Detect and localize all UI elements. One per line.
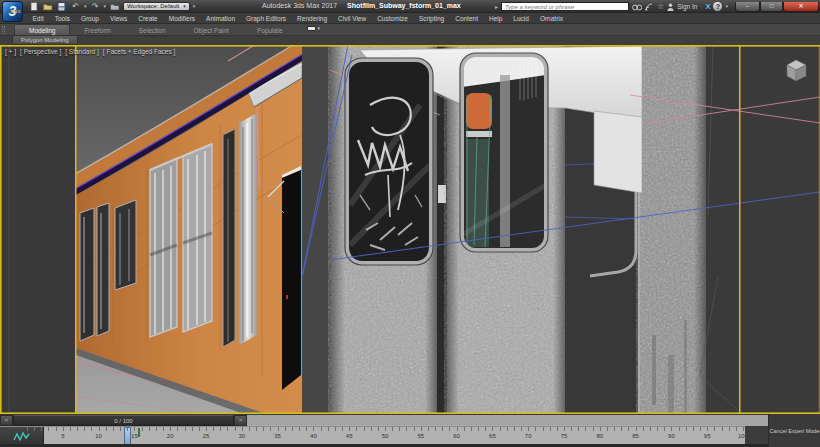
ruler-tick (199, 427, 200, 431)
menu-help[interactable]: Help (483, 15, 507, 22)
train-door-edge-strip (239, 113, 257, 345)
sign-in-dropdown-icon[interactable]: · (700, 2, 702, 11)
binoculars-search-icon[interactable] (632, 3, 642, 11)
ruler-tick (142, 427, 143, 431)
communication-center-icon[interactable] (645, 3, 654, 11)
exchange-apps-icon[interactable]: X (705, 2, 710, 11)
ruler-tick (378, 427, 379, 431)
track-bar-ruler[interactable]: 5101520253035404550556065707580859095100 (44, 427, 768, 445)
cancel-expert-mode-button[interactable]: Cancel Expert Mode (768, 414, 820, 447)
ruler-tick (134, 427, 135, 431)
ruler-tick (428, 427, 429, 431)
project-folder-icon[interactable] (109, 2, 120, 11)
ruler-tick (185, 427, 186, 431)
search-history-icon[interactable]: ▸ (495, 3, 498, 10)
search-input[interactable] (501, 2, 629, 11)
ruler-tick (342, 427, 343, 431)
workspace-dropdown[interactable]: Workspace: Default▾ (123, 2, 190, 11)
ruler-tick (321, 427, 322, 431)
ruler-tick (299, 427, 300, 431)
track-bar[interactable]: 5101520253035404550556065707580859095100 (0, 426, 768, 444)
quick-access-toolbar: ↶ ▾ ↷ ▾ Workspace: Default▾ ▾ (28, 1, 195, 12)
ruler-label-15: 15 (131, 433, 138, 439)
ruler-label-70: 70 (525, 433, 532, 439)
open-mini-curve-editor-button[interactable] (0, 427, 44, 445)
menu-rendering[interactable]: Rendering (292, 15, 333, 22)
ribbon-tab-selection[interactable]: Selection (125, 25, 180, 35)
viewport-general-menu[interactable]: [ + ] (5, 48, 16, 55)
ruler-tick (406, 427, 407, 431)
ruler-tick (571, 427, 572, 431)
ribbon-tab-freeform[interactable]: Freeform (70, 25, 124, 35)
menu-content[interactable]: Content (450, 15, 484, 22)
time-slider-handle[interactable]: 0 / 100 (13, 415, 234, 426)
track-bar-key-marker (138, 428, 140, 437)
menu-modifiers[interactable]: Modifiers (163, 15, 200, 22)
ruler-tick (177, 427, 178, 431)
ruler-tick (106, 427, 107, 431)
undo-icon[interactable]: ↶ (70, 2, 81, 11)
menu-animation[interactable]: Animation (201, 15, 241, 22)
ruler-tick (242, 427, 243, 431)
ruler-tick (621, 427, 622, 431)
menu-bar: EditToolsGroupViewsCreateModifiersAnimat… (0, 13, 820, 24)
close-button[interactable]: ✕ (783, 2, 819, 12)
ruler-tick (213, 427, 214, 431)
menu-graph-editors[interactable]: Graph Editors (241, 15, 292, 22)
menu-tools[interactable]: Tools (49, 15, 75, 22)
redo-icon[interactable]: ↷ (90, 2, 101, 11)
ruler-tick (41, 427, 42, 431)
menu-customize[interactable]: Customize (372, 15, 414, 22)
viewport-shading-menu[interactable]: [ Facets + Edged Faces ] (103, 48, 175, 55)
ruler-tick (84, 427, 85, 431)
ribbon-tab-populate[interactable]: Populate (243, 25, 297, 35)
favorites-star-icon[interactable]: ☆ (657, 2, 664, 12)
menu-ornatrix[interactable]: Ornatrix (534, 15, 568, 22)
train-door-left-pair (80, 203, 109, 341)
previous-frame-button[interactable]: < (0, 415, 13, 426)
ribbon-tab-modeling[interactable]: Modeling (14, 24, 70, 35)
3ds-max-logo-icon[interactable]: 3MAX (2, 1, 23, 22)
viewport-scene-canvas[interactable] (0, 45, 820, 414)
next-frame-button[interactable]: > (234, 415, 247, 426)
ribbon-grip-handle[interactable] (2, 26, 5, 34)
menu-group[interactable]: Group (75, 15, 104, 22)
ribbon-minimize-button[interactable]: ▾ (307, 24, 321, 35)
ruler-tick (392, 427, 393, 431)
menu-scripting[interactable]: Scripting (413, 15, 449, 22)
new-scene-icon[interactable] (28, 2, 39, 11)
menu-views[interactable]: Views (104, 15, 132, 22)
ruler-tick (414, 427, 415, 431)
ruler-tick (127, 427, 128, 431)
viewport-style-menu[interactable]: [ Standard ] (65, 48, 99, 55)
menu-civil-view[interactable]: Civil View (333, 15, 372, 22)
restore-button[interactable]: □ (760, 2, 783, 12)
perspective-viewport[interactable]: [ + ] [ Perspective ] [ Standard ] [ Fac… (0, 45, 820, 414)
viewport-pov-menu[interactable]: [ Perspective ] (20, 48, 61, 55)
save-file-icon[interactable] (56, 2, 67, 11)
menu-lucid[interactable]: Lucid (508, 15, 535, 22)
help-icon[interactable]: ? (713, 2, 722, 11)
ruler-tick (464, 427, 465, 431)
ruler-tick (500, 427, 501, 431)
help-dropdown-icon[interactable]: ▾ (725, 2, 728, 11)
sign-in-button[interactable]: Sign In (677, 3, 697, 10)
ruler-tick (163, 427, 164, 431)
redo-dropdown-icon[interactable]: ▾ (104, 2, 107, 11)
door-window-graffiti (345, 58, 433, 265)
ribbon-tab-object-paint[interactable]: Object Paint (180, 25, 243, 35)
polygon-modeling-panel-tab[interactable]: Polygon Modeling (12, 36, 78, 45)
ruler-tick (335, 427, 336, 431)
ribbon-tab-bar: ModelingFreeformSelectionObject PaintPop… (0, 24, 820, 36)
toolbar-overflow-icon[interactable]: ▾ (193, 2, 196, 11)
ruler-label-80: 80 (596, 433, 603, 439)
menu-edit[interactable]: Edit (27, 15, 49, 22)
undo-dropdown-icon[interactable]: ▾ (84, 2, 87, 11)
menu-create[interactable]: Create (133, 15, 164, 22)
ruler-tick (48, 427, 49, 431)
minimize-button[interactable]: – (735, 2, 760, 12)
ruler-tick (249, 427, 250, 431)
ruler-tick (507, 427, 508, 431)
ruler-tick (535, 427, 536, 431)
open-file-icon[interactable] (42, 2, 53, 11)
